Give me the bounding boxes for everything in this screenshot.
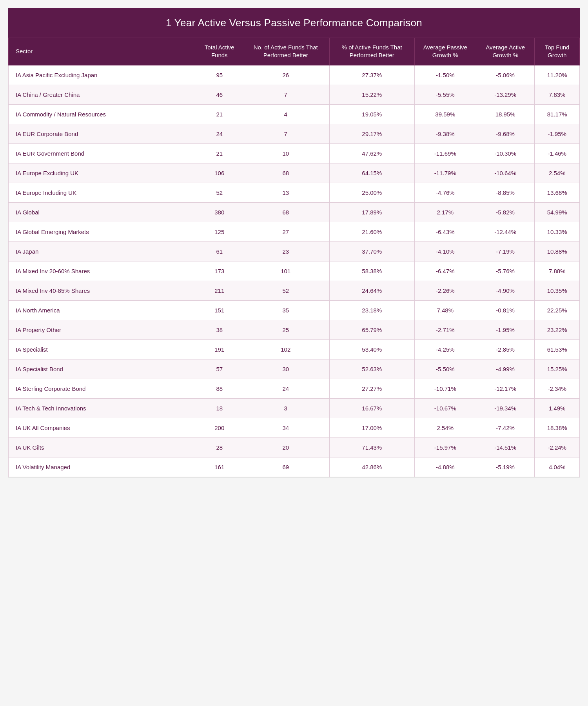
avg_active_growth-cell: 18.95% xyxy=(476,104,535,124)
avg_passive_growth-cell: -6.47% xyxy=(414,261,476,281)
sector-cell: IA Asia Pacific Excluding Japan xyxy=(9,65,197,85)
pct_of_active_better-cell: 27.37% xyxy=(329,65,414,85)
sector-cell: IA Sterling Corporate Bond xyxy=(9,379,197,398)
table-row: IA Mixed Inv 20-60% Shares17310158.38%-6… xyxy=(9,261,580,281)
total_active_funds-cell: 52 xyxy=(197,183,242,202)
avg_active_growth-cell: -10.30% xyxy=(476,143,535,163)
avg_active_growth-cell: -12.44% xyxy=(476,222,535,241)
sector-cell: IA Volatility Managed xyxy=(9,457,197,477)
total_active_funds-cell: 61 xyxy=(197,241,242,261)
sector-cell: IA Mixed Inv 40-85% Shares xyxy=(9,281,197,300)
avg_active_growth-cell: -8.85% xyxy=(476,183,535,202)
table-row: IA China / Greater China46715.22%-5.55%-… xyxy=(9,85,580,104)
avg_active_growth-cell: -13.29% xyxy=(476,85,535,104)
table-row: IA Tech & Tech Innovations18316.67%-10.6… xyxy=(9,398,580,418)
pct_of_active_better-cell: 65.79% xyxy=(329,320,414,339)
table-row: IA Commodity / Natural Resources21419.05… xyxy=(9,104,580,124)
col-header-avg-passive-growth: Average Passive Growth % xyxy=(414,38,476,65)
avg_active_growth-cell: -7.19% xyxy=(476,241,535,261)
pct_of_active_better-cell: 27.27% xyxy=(329,379,414,398)
sector-cell: IA Property Other xyxy=(9,320,197,339)
avg_active_growth-cell: -5.82% xyxy=(476,202,535,222)
top_fund_growth-cell: 10.35% xyxy=(535,281,580,300)
top_fund_growth-cell: -1.95% xyxy=(535,124,580,143)
avg_active_growth-cell: -5.19% xyxy=(476,457,535,477)
top_fund_growth-cell: 81.17% xyxy=(535,104,580,124)
table-row: IA Volatility Managed1616942.86%-4.88%-5… xyxy=(9,457,580,477)
table-row: IA Global3806817.89%2.17%-5.82%54.99% xyxy=(9,202,580,222)
sector-cell: IA Mixed Inv 20-60% Shares xyxy=(9,261,197,281)
no_of_active_better-cell: 20 xyxy=(242,437,329,457)
sector-cell: IA Commodity / Natural Resources xyxy=(9,104,197,124)
top_fund_growth-cell: 18.38% xyxy=(535,418,580,437)
pct_of_active_better-cell: 17.89% xyxy=(329,202,414,222)
avg_active_growth-cell: -7.42% xyxy=(476,418,535,437)
top_fund_growth-cell: 23.22% xyxy=(535,320,580,339)
table-row: IA Mixed Inv 40-85% Shares2115224.64%-2.… xyxy=(9,281,580,300)
pct_of_active_better-cell: 47.62% xyxy=(329,143,414,163)
avg_active_growth-cell: -14.51% xyxy=(476,437,535,457)
table-row: IA Specialist Bond573052.63%-5.50%-4.99%… xyxy=(9,359,580,379)
sector-cell: IA Japan xyxy=(9,241,197,261)
avg_active_growth-cell: -5.06% xyxy=(476,65,535,85)
top_fund_growth-cell: -2.24% xyxy=(535,437,580,457)
sector-cell: IA EUR Government Bond xyxy=(9,143,197,163)
total_active_funds-cell: 88 xyxy=(197,379,242,398)
avg_passive_growth-cell: -5.55% xyxy=(414,85,476,104)
table-row: IA North America1513523.18%7.48%-0.81%22… xyxy=(9,300,580,320)
pct_of_active_better-cell: 21.60% xyxy=(329,222,414,241)
table-row: IA Japan612337.70%-4.10%-7.19%10.88% xyxy=(9,241,580,261)
no_of_active_better-cell: 7 xyxy=(242,124,329,143)
sector-cell: IA China / Greater China xyxy=(9,85,197,104)
total_active_funds-cell: 200 xyxy=(197,418,242,437)
table-title: 1 Year Active Versus Passive Performance… xyxy=(8,8,580,38)
sector-cell: IA Tech & Tech Innovations xyxy=(9,398,197,418)
pct_of_active_better-cell: 16.67% xyxy=(329,398,414,418)
top_fund_growth-cell: -2.34% xyxy=(535,379,580,398)
sector-cell: IA Europe Including UK xyxy=(9,183,197,202)
total_active_funds-cell: 125 xyxy=(197,222,242,241)
avg_passive_growth-cell: -6.43% xyxy=(414,222,476,241)
sector-cell: IA EUR Corporate Bond xyxy=(9,124,197,143)
top_fund_growth-cell: 54.99% xyxy=(535,202,580,222)
top_fund_growth-cell: 7.83% xyxy=(535,85,580,104)
total_active_funds-cell: 24 xyxy=(197,124,242,143)
top_fund_growth-cell: 13.68% xyxy=(535,183,580,202)
sector-cell: IA UK All Companies xyxy=(9,418,197,437)
avg_passive_growth-cell: -4.76% xyxy=(414,183,476,202)
avg_passive_growth-cell: -4.88% xyxy=(414,457,476,477)
col-header-avg-active-growth: Average Active Growth % xyxy=(476,38,535,65)
avg_passive_growth-cell: 2.54% xyxy=(414,418,476,437)
table-row: IA Global Emerging Markets1252721.60%-6.… xyxy=(9,222,580,241)
total_active_funds-cell: 95 xyxy=(197,65,242,85)
avg_passive_growth-cell: -4.10% xyxy=(414,241,476,261)
header-row: Sector Total Active Funds No. of Active … xyxy=(9,38,580,65)
total_active_funds-cell: 161 xyxy=(197,457,242,477)
table-row: IA Specialist19110253.40%-4.25%-2.85%61.… xyxy=(9,339,580,359)
no_of_active_better-cell: 13 xyxy=(242,183,329,202)
top_fund_growth-cell: 22.25% xyxy=(535,300,580,320)
sector-cell: IA Specialist xyxy=(9,339,197,359)
top_fund_growth-cell: 15.25% xyxy=(535,359,580,379)
pct_of_active_better-cell: 64.15% xyxy=(329,163,414,183)
pct_of_active_better-cell: 42.86% xyxy=(329,457,414,477)
main-container: 1 Year Active Versus Passive Performance… xyxy=(8,8,580,477)
total_active_funds-cell: 380 xyxy=(197,202,242,222)
avg_active_growth-cell: -1.95% xyxy=(476,320,535,339)
sector-cell: IA Global xyxy=(9,202,197,222)
avg_active_growth-cell: -19.34% xyxy=(476,398,535,418)
total_active_funds-cell: 173 xyxy=(197,261,242,281)
avg_passive_growth-cell: 39.59% xyxy=(414,104,476,124)
top_fund_growth-cell: 61.53% xyxy=(535,339,580,359)
total_active_funds-cell: 151 xyxy=(197,300,242,320)
no_of_active_better-cell: 30 xyxy=(242,359,329,379)
sector-cell: IA Europe Excluding UK xyxy=(9,163,197,183)
pct_of_active_better-cell: 24.64% xyxy=(329,281,414,300)
avg_passive_growth-cell: -2.71% xyxy=(414,320,476,339)
avg_active_growth-cell: -4.90% xyxy=(476,281,535,300)
no_of_active_better-cell: 68 xyxy=(242,163,329,183)
avg_active_growth-cell: -2.85% xyxy=(476,339,535,359)
no_of_active_better-cell: 25 xyxy=(242,320,329,339)
avg_active_growth-cell: -9.68% xyxy=(476,124,535,143)
col-header-total-active-funds: Total Active Funds xyxy=(197,38,242,65)
